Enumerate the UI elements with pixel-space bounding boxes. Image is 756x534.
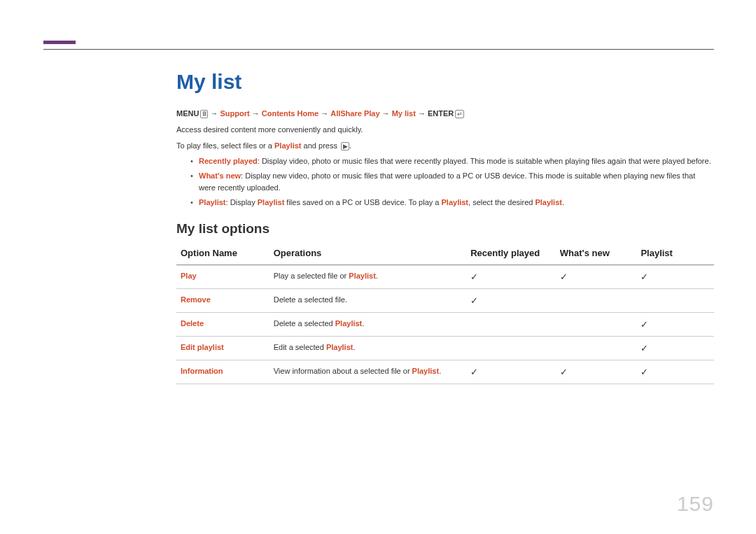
cell-rp: ✓	[466, 265, 556, 289]
cell-pl: ✓	[636, 313, 714, 337]
bullet-text: : Display new video, photo or music file…	[199, 171, 695, 192]
cell-operation: Play a selected file or Playlist.	[270, 265, 466, 289]
cell-op-hl: Playlist	[412, 367, 440, 375]
table-row: Information View information about a sel…	[176, 360, 714, 384]
breadcrumb-arrow: →	[252, 109, 260, 118]
cell-pl	[636, 289, 714, 313]
cell-rp	[466, 337, 556, 360]
cell-op-b: .	[362, 319, 364, 328]
cell-op-a: Delete a selected	[274, 319, 335, 328]
page-title: My list	[176, 70, 714, 94]
breadcrumb-arrow: →	[321, 109, 328, 118]
intro-text-2b: and press	[302, 141, 340, 150]
bullet-hl: Playlist	[535, 198, 562, 206]
bullet-hl: Recently played	[199, 157, 258, 165]
cell-rp	[466, 313, 556, 337]
cell-opt-name: Delete	[176, 313, 270, 337]
cell-op-hl: Playlist	[335, 319, 363, 328]
intro-text-1: Access desired content more conveniently…	[176, 124, 714, 136]
col-option-name: Option Name	[176, 241, 270, 265]
cell-wn	[556, 313, 637, 337]
cell-op-b: .	[353, 343, 355, 351]
breadcrumb-arrow: →	[418, 109, 426, 118]
cell-op-b: .	[439, 367, 441, 375]
breadcrumb-allshare: AllShare Play	[330, 109, 379, 118]
cell-pl: ✓	[636, 265, 714, 289]
page-content: My list MENUⅢ → Support → Contents Home …	[176, 70, 714, 384]
bullet-hl: What's new	[199, 171, 241, 180]
table-header-row: Option Name Operations Recently played W…	[176, 241, 714, 265]
cell-pl: ✓	[636, 337, 714, 360]
cell-rp: ✓	[466, 360, 556, 384]
bullet-hl: Playlist	[199, 198, 226, 206]
cell-operation: Delete a selected Playlist.	[270, 313, 466, 337]
breadcrumb-enter: ENTER	[428, 109, 454, 118]
cell-wn: ✓	[556, 360, 637, 384]
cell-op-a: View information about a selected file o…	[274, 367, 412, 375]
cell-opt-name: Play	[176, 265, 270, 289]
cell-opt-name: Information	[176, 360, 270, 384]
table-row: Edit playlist Edit a selected Playlist. …	[176, 337, 714, 360]
cell-pl: ✓	[636, 360, 714, 384]
bullet-text: : Display	[226, 198, 258, 206]
list-item: What's new: Display new video, photo or …	[190, 170, 714, 194]
bullet-text: .	[562, 198, 564, 206]
section-tab-marker	[43, 41, 76, 44]
page-number: 159	[677, 492, 714, 516]
breadcrumb-support: Support	[220, 109, 250, 118]
breadcrumb-arrow: →	[210, 109, 218, 118]
cell-opt-name: Remove	[176, 289, 270, 313]
cell-op-hl: Playlist	[326, 343, 354, 351]
intro-text-2: To play files, select files or a Playlis…	[176, 140, 714, 152]
cell-operation: View information about a selected file o…	[270, 360, 466, 384]
intro-text-2hl: Playlist	[274, 141, 302, 150]
list-item: Recently played: Display video, photo or…	[190, 155, 714, 167]
cell-rp: ✓	[466, 289, 556, 313]
cell-op-a: Edit a selected	[274, 343, 326, 351]
bullet-text: , select the desired	[468, 198, 535, 206]
table-row: Remove Delete a selected file. ✓	[176, 289, 714, 313]
intro-text-2a: To play files, select files or a	[176, 141, 274, 150]
breadcrumb: MENUⅢ → Support → Contents Home → AllSha…	[176, 109, 714, 118]
cell-wn	[556, 289, 637, 313]
options-table: Option Name Operations Recently played W…	[176, 241, 714, 384]
top-rule	[43, 49, 714, 50]
col-operations: Operations	[270, 241, 466, 265]
bullet-text: : Display video, photo or music files th…	[258, 157, 711, 165]
breadcrumb-arrow: →	[382, 109, 390, 118]
cell-op-a: Delete a selected file.	[274, 295, 347, 304]
bullet-text: files saved on a PC or USB device. To pl…	[284, 198, 441, 206]
col-recently-played: Recently played	[466, 241, 556, 265]
breadcrumb-my-list: My list	[392, 109, 416, 118]
enter-icon: ↵	[455, 110, 464, 118]
cell-wn	[556, 337, 637, 360]
breadcrumb-contents-home: Contents Home	[262, 109, 318, 118]
cell-operation: Delete a selected file.	[270, 289, 466, 313]
cell-op-b: .	[376, 272, 378, 280]
bullet-list: Recently played: Display video, photo or…	[190, 155, 714, 209]
breadcrumb-menu: MENU	[176, 109, 199, 118]
cell-wn: ✓	[556, 265, 637, 289]
section-subtitle: My list options	[176, 221, 714, 237]
cell-operation: Edit a selected Playlist.	[270, 337, 466, 360]
cell-op-hl: Playlist	[349, 272, 376, 280]
menu-icon: Ⅲ	[200, 110, 208, 118]
cell-opt-name: Edit playlist	[176, 337, 270, 360]
bullet-hl: Playlist	[258, 198, 285, 206]
bullet-hl: Playlist	[442, 198, 469, 206]
play-icon: ▶	[341, 142, 349, 150]
intro-text-2dot: .	[349, 141, 351, 150]
table-row: Play Play a selected file or Playlist. ✓…	[176, 265, 714, 289]
table-row: Delete Delete a selected Playlist. ✓	[176, 313, 714, 337]
cell-op-a: Play a selected file or	[274, 272, 349, 280]
list-item: Playlist: Display Playlist files saved o…	[190, 197, 714, 209]
col-playlist: Playlist	[636, 241, 714, 265]
col-whats-new: What's new	[556, 241, 637, 265]
